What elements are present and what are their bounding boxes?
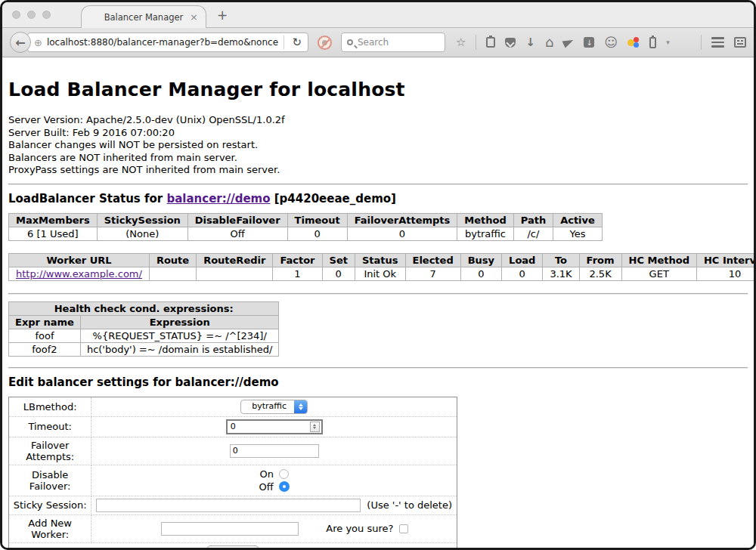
- minimize-window-icon[interactable]: [27, 11, 36, 19]
- toolbar-separator: [701, 35, 702, 50]
- keyboard-grid-icon[interactable]: [734, 37, 746, 48]
- tab-balancer-manager[interactable]: Balancer Manager ×: [81, 5, 206, 28]
- submit-button[interactable]: Submit: [207, 545, 259, 548]
- proxypass-note: ProxyPass settings are NOT inherited fro…: [8, 164, 748, 177]
- lbmethod-selected-value: bytraffic: [241, 400, 294, 413]
- globe-icon: ⊕: [34, 37, 42, 48]
- table-row: foof2 hc('body') =~ /domain is establish…: [9, 342, 279, 356]
- close-tab-icon[interactable]: ×: [190, 12, 198, 22]
- status-heading: LoadBalancer Status for balancer://demo …: [8, 192, 748, 205]
- radio-on-label: On: [259, 468, 273, 480]
- toolbar-separator: [476, 35, 476, 50]
- timeout-input[interactable]: 0: [226, 419, 323, 434]
- back-icon: ←: [15, 36, 25, 50]
- balancer-settings-form: LBmethod: bytraffic Timeout: 0: [8, 397, 457, 548]
- tab-title: Balancer Manager: [104, 12, 184, 23]
- disable-failover-label: Disable Failover:: [9, 465, 91, 496]
- clipboard-icon[interactable]: [486, 37, 495, 48]
- zoom-window-icon[interactable]: [42, 11, 51, 19]
- form-row-sticky-session: Sticky Session: (Use '-' to delete): [9, 496, 457, 514]
- table-row: foof %{REQUEST_STATUS} =~ /^[234]/: [9, 329, 279, 342]
- worker-table: Worker URL Route RouteRedir Factor Set S…: [8, 253, 754, 281]
- url-text[interactable]: localhost:8880/balancer-manager?b=demo&n…: [47, 37, 280, 48]
- search-icon: [347, 39, 353, 45]
- toolbar-right-group: [701, 35, 746, 50]
- page-title: Load Balancer Manager for localhost: [8, 79, 748, 100]
- new-tab-button[interactable]: +: [217, 8, 228, 23]
- traffic-lights: [12, 11, 51, 19]
- extension-dots-icon[interactable]: [627, 37, 640, 48]
- feedback-smiley-icon[interactable]: ☺: [604, 36, 618, 49]
- form-row-failover-attempts: Failover Attempts:: [9, 437, 457, 465]
- persist-note: Balancer changes will NOT be persisted o…: [8, 139, 748, 152]
- downloads-icon[interactable]: ↓: [525, 37, 535, 48]
- toolbar-icons: ☆ ↓ ⌂ ↓ ☺ ▾: [456, 35, 670, 50]
- pocket-icon[interactable]: [505, 38, 516, 48]
- failover-attempts-input[interactable]: [230, 444, 319, 458]
- server-version: Server Version: Apache/2.5.0-dev (Unix) …: [8, 114, 748, 127]
- health-check-table: Health check cond. expressions: Expr nam…: [8, 301, 279, 357]
- divider: [8, 367, 748, 369]
- close-window-icon[interactable]: [12, 11, 20, 19]
- radio-off[interactable]: [279, 481, 290, 492]
- sticky-session-label: Sticky Session:: [9, 496, 91, 514]
- search-placeholder: Search: [358, 37, 389, 48]
- navigation-toolbar: ← ⊕ localhost:8880/balancer-manager?b=de…: [2, 28, 754, 57]
- menu-hamburger-icon[interactable]: [711, 37, 724, 48]
- form-row-submit: Submit: [9, 542, 457, 548]
- send-tab-icon[interactable]: [562, 37, 575, 48]
- reader-download-icon[interactable]: ↓: [584, 37, 594, 48]
- table-title-row: Health check cond. expressions:: [9, 301, 279, 315]
- number-spinner-icon[interactable]: [310, 422, 320, 432]
- table-header-row: Expr name Expression: [9, 315, 279, 329]
- battery-device-icon[interactable]: [649, 37, 656, 48]
- sticky-hint: (Use '-' to delete): [367, 499, 452, 511]
- page-content: Load Balancer Manager for localhost Serv…: [2, 57, 754, 548]
- lbmethod-label: LBmethod:: [9, 397, 91, 416]
- divider: [8, 293, 748, 295]
- are-you-sure-checkbox[interactable]: [399, 524, 408, 533]
- inherit-note: Balancers are NOT inherited from main se…: [8, 152, 748, 165]
- timeout-label: Timeout:: [9, 416, 91, 437]
- radio-on[interactable]: [279, 469, 289, 479]
- edit-settings-heading: Edit balancer settings for balancer://de…: [8, 375, 748, 389]
- form-row-timeout: Timeout: 0: [9, 416, 457, 437]
- bookmark-star-icon[interactable]: ☆: [456, 37, 466, 48]
- content-blocked-icon[interactable]: [318, 36, 332, 50]
- form-row-lbmethod: LBmethod: bytraffic: [9, 397, 457, 416]
- chevron-down-icon[interactable]: ▾: [666, 39, 670, 46]
- server-built: Server Built: Feb 9 2016 07:00:20: [8, 127, 748, 140]
- form-row-add-worker: Add New Worker: Are you sure?: [9, 514, 457, 542]
- are-you-sure-label: Are you sure?: [326, 523, 393, 534]
- select-stepper-icon: [294, 400, 307, 413]
- browser-window: Balancer Manager × + ← ⊕ localhost:8880/…: [0, 0, 756, 550]
- sticky-session-input[interactable]: [96, 499, 361, 512]
- failover-attempts-label: Failover Attempts:: [9, 437, 91, 465]
- add-worker-input[interactable]: [161, 522, 299, 536]
- back-button[interactable]: ←: [10, 32, 31, 53]
- table-header-row: MaxMembers StickySession DisableFailover…: [9, 213, 603, 227]
- form-row-disable-failover: Disable Failover: On Off: [9, 465, 457, 496]
- radio-off-label: Off: [259, 480, 274, 493]
- add-worker-label: Add New Worker:: [9, 514, 91, 542]
- divider: [8, 184, 748, 185]
- home-icon[interactable]: ⌂: [545, 36, 553, 49]
- worker-url-link[interactable]: http://www.example.com/: [16, 268, 142, 280]
- server-info: Server Version: Apache/2.5.0-dev (Unix) …: [8, 114, 748, 177]
- url-bar[interactable]: ⊕ localhost:8880/balancer-manager?b=demo…: [27, 32, 308, 52]
- reload-icon[interactable]: ↻: [289, 36, 305, 49]
- search-bar[interactable]: Search: [341, 32, 445, 52]
- balancer-status-table: MaxMembers StickySession DisableFailover…: [8, 213, 603, 241]
- lbmethod-select[interactable]: bytraffic: [240, 400, 308, 414]
- table-row: http://www.example.com/ 1 0 Init Ok 7 0 …: [9, 267, 754, 280]
- urlbar-divider: [284, 36, 284, 49]
- table-row: 6 [1 Used] (None) Off 0 0 bytraffic /c/ …: [9, 227, 603, 240]
- titlebar: Balancer Manager × +: [2, 2, 754, 28]
- table-header-row: Worker URL Route RouteRedir Factor Set S…: [9, 253, 754, 267]
- balancer-link[interactable]: balancer://demo: [166, 192, 270, 205]
